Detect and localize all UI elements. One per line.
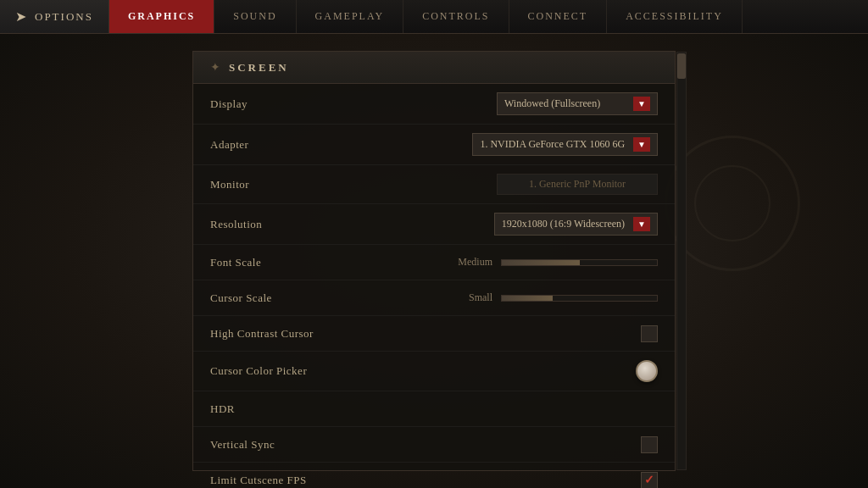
setting-control-cursor-color-picker [380, 360, 658, 382]
slider-fill-cursor-scale [502, 296, 553, 301]
setting-control-high-contrast-cursor [380, 325, 658, 342]
setting-control-cursor-scale: Small [380, 291, 658, 304]
setting-row-high-contrast-cursor: High Contrast Cursor [193, 316, 675, 352]
slider-container-font-scale: Medium [454, 256, 658, 269]
section-title: SCREEN [229, 61, 289, 75]
back-label: OPTIONS [35, 10, 93, 24]
slider-label-font-scale: Medium [454, 256, 492, 269]
nav-tab-connect[interactable]: CONNECT [509, 0, 608, 33]
settings-list: DisplayWindowed (Fullscreen)▼Adapter1. N… [193, 84, 675, 488]
dropdown-display[interactable]: Windowed (Fullscreen)▼ [497, 92, 658, 115]
nav-tabs: GRAPHICSSOUNDGAMEPLAYCONTROLSCONNECTACCE… [109, 0, 868, 33]
dropdown-arrow-display: ▼ [633, 97, 650, 111]
setting-label-high-contrast-cursor: High Contrast Cursor [210, 327, 380, 341]
settings-panel: ✦ SCREEN DisplayWindowed (Fullscreen)▼Ad… [192, 51, 676, 471]
checkbox-high-contrast-cursor[interactable] [641, 325, 658, 342]
setting-control-display: Windowed (Fullscreen)▼ [380, 92, 658, 115]
setting-label-font-scale: Font Scale [210, 256, 380, 269]
setting-label-display: Display [210, 97, 380, 111]
setting-row-limit-cutscene-fps: Limit Cutscene FPS✓ [193, 463, 675, 488]
checkbox-limit-cutscene-fps[interactable]: ✓ [641, 472, 658, 489]
dropdown-adapter[interactable]: 1. NVIDIA GeForce GTX 1060 6G▼ [472, 133, 658, 156]
slider-fill-font-scale [502, 260, 580, 265]
setting-label-cursor-color-picker: Cursor Color Picker [210, 364, 380, 378]
setting-label-adapter: Adapter [210, 138, 380, 152]
dropdown-arrow-resolution: ▼ [633, 217, 650, 231]
nav-tab-accessibility[interactable]: ACCESSIBILITY [607, 0, 743, 33]
setting-row-cursor-color-picker: Cursor Color Picker [193, 352, 675, 391]
scroll-thumb [677, 53, 686, 79]
slider-track-font-scale[interactable] [501, 259, 658, 266]
setting-label-resolution: Resolution [210, 218, 380, 231]
setting-row-display: DisplayWindowed (Fullscreen)▼ [193, 84, 675, 125]
setting-row-adapter: Adapter1. NVIDIA GeForce GTX 1060 6G▼ [193, 125, 675, 165]
back-button[interactable]: ➤ OPTIONS [0, 0, 109, 33]
slider-track-cursor-scale[interactable] [501, 295, 658, 302]
setting-label-vertical-sync: Vertical Sync [210, 438, 380, 452]
checkbox-vertical-sync[interactable] [641, 436, 658, 453]
setting-label-monitor: Monitor [210, 178, 380, 191]
dropdown-value-adapter: 1. NVIDIA GeForce GTX 1060 6G [480, 138, 625, 151]
scroll-track[interactable] [676, 52, 687, 470]
nav-bar: ➤ OPTIONS GRAPHICSSOUNDGAMEPLAYCONTROLSC… [0, 0, 868, 34]
setting-control-resolution: 1920x1080 (16:9 Widescreen)▼ [380, 213, 658, 236]
setting-control-font-scale: Medium [380, 256, 658, 269]
setting-control-adapter: 1. NVIDIA GeForce GTX 1060 6G▼ [380, 133, 658, 156]
nav-tab-graphics[interactable]: GRAPHICS [109, 0, 214, 33]
slider-container-cursor-scale: Small [454, 291, 658, 304]
dropdown-resolution[interactable]: 1920x1080 (16:9 Widescreen)▼ [494, 213, 658, 236]
setting-label-limit-cutscene-fps: Limit Cutscene FPS [210, 474, 380, 487]
back-arrow-icon: ➤ [15, 8, 28, 25]
dropdown-disabled-monitor: 1. Generic PnP Monitor [497, 174, 658, 195]
slider-label-cursor-scale: Small [454, 291, 492, 304]
section-icon: ✦ [210, 60, 220, 75]
content-area: ✦ SCREEN DisplayWindowed (Fullscreen)▼Ad… [0, 34, 868, 488]
nav-tab-gameplay[interactable]: GAMEPLAY [297, 0, 404, 33]
setting-row-font-scale: Font ScaleMedium [193, 245, 675, 280]
nav-tab-controls[interactable]: CONTROLS [403, 0, 509, 33]
nav-tab-sound[interactable]: SOUND [214, 0, 296, 33]
setting-row-monitor: Monitor1. Generic PnP Monitor [193, 165, 675, 204]
setting-control-monitor: 1. Generic PnP Monitor [380, 174, 658, 195]
setting-row-vertical-sync: Vertical Sync [193, 427, 675, 463]
dropdown-value-resolution: 1920x1080 (16:9 Widescreen) [502, 218, 625, 230]
setting-control-limit-cutscene-fps: ✓ [380, 472, 658, 489]
setting-control-vertical-sync [380, 436, 658, 453]
setting-row-resolution: Resolution1920x1080 (16:9 Widescreen)▼ [193, 204, 675, 245]
dropdown-arrow-adapter: ▼ [633, 137, 650, 152]
toggle-cursor-color-picker[interactable] [636, 360, 658, 382]
dropdown-value-display: Windowed (Fullscreen) [504, 97, 600, 110]
setting-row-hdr: HDR [193, 391, 675, 427]
section-header: ✦ SCREEN [193, 52, 675, 84]
setting-label-hdr: HDR [210, 402, 380, 416]
setting-row-cursor-scale: Cursor ScaleSmall [193, 280, 675, 316]
setting-label-cursor-scale: Cursor Scale [210, 291, 380, 305]
